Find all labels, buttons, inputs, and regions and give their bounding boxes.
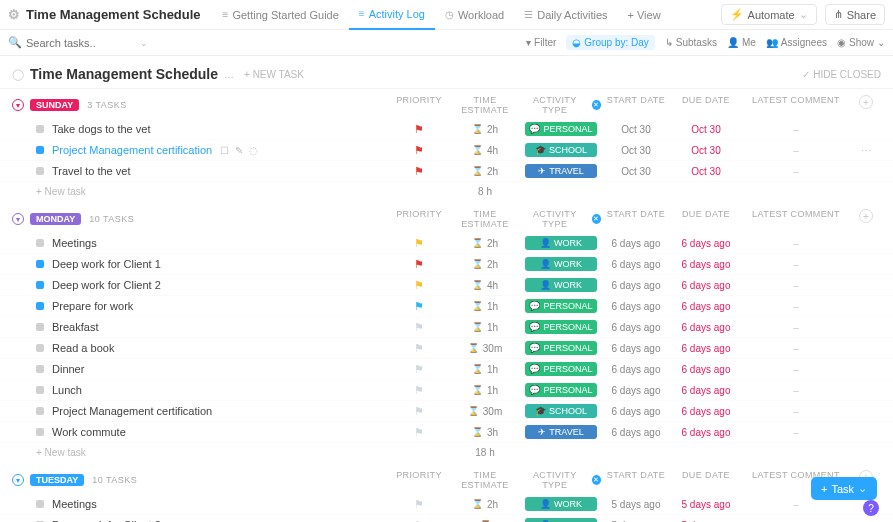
group-collapse-button[interactable]: ▾ [12, 213, 24, 225]
cell-due[interactable]: 6 days ago [671, 406, 741, 417]
group-collapse-button[interactable]: ▾ [12, 99, 24, 111]
cell-start[interactable]: 6 days ago [601, 322, 671, 333]
cell-activity[interactable]: 🎓SCHOOL [521, 404, 601, 418]
fab-task-button[interactable]: + Task ⌄ [811, 477, 877, 500]
cell-comment[interactable]: – [741, 343, 851, 354]
cell-due[interactable]: 6 days ago [671, 238, 741, 249]
col-time[interactable]: TIME ESTIMATE [449, 209, 521, 229]
cell-priority[interactable]: ⚑ [389, 300, 449, 313]
cell-activity[interactable]: 🎓SCHOOL [521, 143, 601, 157]
cell-activity[interactable]: 👤WORK [521, 236, 601, 250]
group-badge[interactable]: SUNDAY [30, 99, 79, 111]
cell-comment[interactable]: – [741, 238, 851, 249]
col-time[interactable]: TIME ESTIMATE [449, 470, 521, 490]
cell-activity[interactable]: 👤WORK [521, 278, 601, 292]
search-input[interactable] [26, 37, 96, 49]
col-start[interactable]: START DATE [601, 470, 671, 490]
task-row[interactable]: Breakfast⚑⌛1h💬PERSONAL6 days ago6 days a… [0, 317, 893, 338]
cell-priority[interactable]: ⚑ [389, 321, 449, 334]
cell-comment[interactable]: – [741, 259, 851, 270]
cell-start[interactable]: Oct 30 [601, 124, 671, 135]
task-name[interactable]: Meetings [52, 237, 97, 249]
cell-priority[interactable]: ⚑ [389, 258, 449, 271]
gear-icon[interactable]: ⚙ [8, 7, 20, 22]
task-name[interactable]: Meetings [52, 498, 97, 510]
tab-workload[interactable]: ◷Workload [435, 0, 514, 30]
add-column-button[interactable]: + [851, 209, 881, 229]
cell-time[interactable]: ⌛1h [449, 364, 521, 375]
cell-comment[interactable]: – [741, 166, 851, 177]
col-time[interactable]: TIME ESTIMATE [449, 95, 521, 115]
group-by-button[interactable]: ◒ Group by: Day [566, 35, 654, 50]
cell-priority[interactable]: ⚑ [389, 165, 449, 178]
task-name[interactable]: Read a book [52, 342, 114, 354]
task-name[interactable]: Project Management certification [52, 144, 212, 156]
status-dot[interactable] [36, 281, 44, 289]
search-wrap[interactable]: 🔍 ⌄ [8, 36, 148, 49]
cell-activity[interactable]: 👤WORK [521, 257, 601, 271]
cell-due[interactable]: 5 days ago [671, 499, 741, 510]
col-due[interactable]: DUE DATE [671, 95, 741, 115]
cell-time[interactable]: ⌛4h [449, 145, 521, 156]
col-priority[interactable]: PRIORITY [389, 95, 449, 115]
col-comment[interactable]: LATEST COMMENT [741, 209, 851, 229]
task-row[interactable]: Lunch⚑⌛1h💬PERSONAL6 days ago6 days ago– [0, 380, 893, 401]
cell-time[interactable]: ⌛2h [449, 238, 521, 249]
cell-start[interactable]: 6 days ago [601, 364, 671, 375]
cell-priority[interactable]: ⚑ [389, 426, 449, 439]
cell-start[interactable]: 6 days ago [601, 259, 671, 270]
status-dot[interactable] [36, 167, 44, 175]
cell-due[interactable]: 6 days ago [671, 259, 741, 270]
cell-time[interactable]: ⌛1h [449, 322, 521, 333]
col-priority[interactable]: PRIORITY [389, 470, 449, 490]
task-row[interactable]: Project Management certification☐✎◌⚑⌛4h🎓… [0, 140, 893, 161]
cell-time[interactable]: ⌛30m [449, 406, 521, 417]
col-due[interactable]: DUE DATE [671, 470, 741, 490]
share-button[interactable]: ⋔ Share [825, 4, 885, 25]
cell-due[interactable]: 6 days ago [671, 343, 741, 354]
cell-activity[interactable]: 💬PERSONAL [521, 320, 601, 334]
task-name[interactable]: Deep work for Client 1 [52, 258, 161, 270]
assign-icon[interactable]: ◌ [249, 145, 258, 156]
cell-time[interactable]: ⌛1h [449, 385, 521, 396]
subtasks-button[interactable]: ↳ Subtasks [665, 37, 717, 48]
cell-comment[interactable]: – [741, 406, 851, 417]
task-name[interactable]: Prepare for work [52, 300, 133, 312]
cell-time[interactable]: ⌛2h [449, 124, 521, 135]
col-due[interactable]: DUE DATE [671, 209, 741, 229]
automate-button[interactable]: ⚡ Automate ⌄ [721, 4, 817, 25]
status-dot[interactable] [36, 344, 44, 352]
task-row[interactable]: Dinner⚑⌛1h💬PERSONAL6 days ago6 days ago– [0, 359, 893, 380]
col-activity[interactable]: ACTIVITY TYPE ✕ [521, 95, 601, 115]
cell-activity[interactable]: 💬PERSONAL [521, 362, 601, 376]
add-view-button[interactable]: + View [618, 9, 671, 21]
cell-due[interactable]: 6 days ago [671, 301, 741, 312]
add-task-row[interactable]: + New task18 h [0, 443, 893, 462]
row-more-button[interactable]: ⋯ [851, 145, 881, 156]
cell-start[interactable]: 6 days ago [601, 427, 671, 438]
cell-time[interactable]: ⌛2h [449, 166, 521, 177]
tab-activity-log[interactable]: ≡Activity Log [349, 0, 435, 30]
cell-priority[interactable]: ⚑ [389, 144, 449, 157]
status-dot[interactable] [36, 260, 44, 268]
cell-comment[interactable]: – [741, 364, 851, 375]
show-button[interactable]: ◉ Show ⌄ [837, 37, 885, 48]
filter-button[interactable]: ▾ Filter [526, 37, 556, 48]
cell-due[interactable]: 6 days ago [671, 385, 741, 396]
cell-comment[interactable]: – [741, 301, 851, 312]
status-dot[interactable] [36, 323, 44, 331]
status-dot[interactable] [36, 146, 44, 154]
task-row[interactable]: Travel to the vet⚑⌛2h✈TRAVELOct 30Oct 30… [0, 161, 893, 182]
task-name[interactable]: Lunch [52, 384, 82, 396]
cell-priority[interactable]: ⚑ [389, 237, 449, 250]
assignees-button[interactable]: 👥 Assignees [766, 37, 827, 48]
cell-start[interactable]: 6 days ago [601, 238, 671, 249]
group-badge[interactable]: TUESDAY [30, 474, 84, 486]
cell-start[interactable]: Oct 30 [601, 145, 671, 156]
cell-start[interactable]: 6 days ago [601, 280, 671, 291]
cell-start[interactable]: 5 days ago [601, 499, 671, 510]
cell-comment[interactable]: – [741, 145, 851, 156]
cell-comment[interactable]: – [741, 385, 851, 396]
status-dot[interactable] [36, 365, 44, 373]
cell-activity[interactable]: 💬PERSONAL [521, 122, 601, 136]
